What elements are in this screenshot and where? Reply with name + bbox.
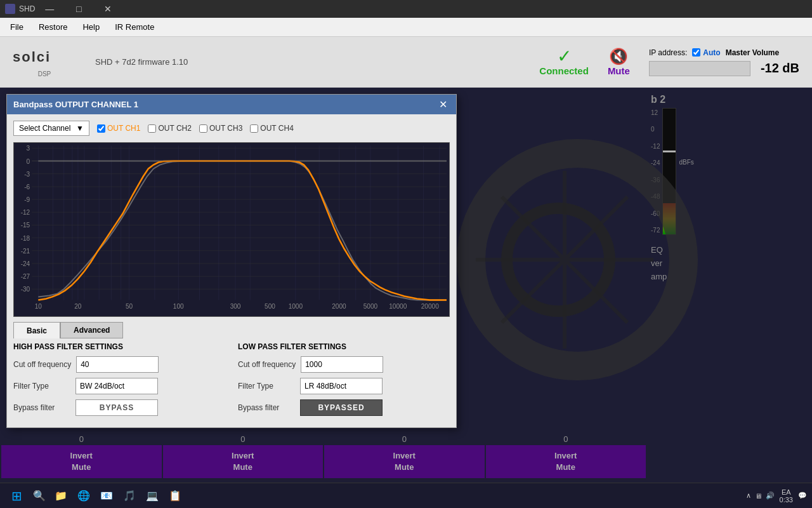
time-display[interactable]: EA 0:33 xyxy=(780,488,793,504)
svg-text:-12: -12 xyxy=(21,209,30,216)
lp-cutoff-label: Cut off frequency xyxy=(238,360,296,369)
title-bar-controls: — □ ✕ xyxy=(35,0,122,18)
auto-checkbox[interactable]: Auto xyxy=(692,48,720,57)
ip-row: IP address: Auto Master Volume xyxy=(649,48,779,57)
svg-text:-3: -3 xyxy=(24,171,30,178)
svg-text:-24: -24 xyxy=(21,260,30,267)
advanced-tab[interactable]: Advanced xyxy=(60,322,123,338)
lp-bypass-row: Bypass filter BYPASSED xyxy=(238,399,450,416)
frequency-graph: 3 0 -3 -6 -9 -12 -15 -18 -21 -24 -27 -30 xyxy=(14,143,449,316)
taskbar-file-explorer-icon[interactable]: 📁 xyxy=(51,486,71,506)
modal-overlay: Bandpass OUTPUT CHANNEL 1 ✕ Select Chann… xyxy=(0,88,812,483)
svg-text:3: 3 xyxy=(27,145,30,152)
start-button[interactable]: ⊞ xyxy=(5,485,28,507)
hp-bypass-row: Bypass filter BYPASS xyxy=(13,399,225,416)
ch2-checkbox-label[interactable]: OUT CH2 xyxy=(148,124,191,133)
menu-restore[interactable]: Restore xyxy=(31,20,75,34)
auto-checkbox-input[interactable] xyxy=(692,48,700,57)
modal-title: Bandpass OUTPUT CHANNEL 1 xyxy=(13,100,138,109)
maximize-button[interactable]: □ xyxy=(64,0,93,18)
lp-cutoff-row: Cut off frequency xyxy=(238,356,450,373)
title-bar: SHD — □ ✕ xyxy=(0,0,812,18)
svg-text:-18: -18 xyxy=(21,235,30,242)
menu-bar: File Restore Help IR Remote xyxy=(0,18,812,37)
lp-bypass-label: Bypass filter xyxy=(238,403,295,412)
ch2-checkbox[interactable] xyxy=(148,124,156,133)
hp-bypass-button[interactable]: BYPASS xyxy=(75,399,158,416)
svg-text:0: 0 xyxy=(27,158,30,165)
taskbar-app-icon[interactable]: 📋 xyxy=(165,486,185,506)
mute-label: Mute xyxy=(608,65,630,76)
svg-text:2000: 2000 xyxy=(332,303,346,310)
svg-text:-30: -30 xyxy=(21,286,30,293)
taskbar-computer-icon[interactable]: 💻 xyxy=(142,486,162,506)
svg-text:-15: -15 xyxy=(21,222,30,229)
master-volume-value: -12 dB xyxy=(761,61,799,76)
windows-logo-icon: ⊞ xyxy=(11,488,22,504)
svg-text:300: 300 xyxy=(230,303,241,310)
taskbar-media-icon[interactable]: 🎵 xyxy=(119,486,140,506)
svg-text:-27: -27 xyxy=(21,273,30,280)
logo-text: solci xyxy=(13,46,76,70)
tray-volume-icon[interactable]: 🔊 xyxy=(766,491,775,500)
app-header: solci DSP SHD + 7d2 firmware 1.10 ✓ Conn… xyxy=(0,37,812,88)
ch3-checkbox[interactable] xyxy=(199,124,207,133)
svg-text:50: 50 xyxy=(126,303,133,310)
menu-file[interactable]: File xyxy=(3,20,31,34)
hp-bypass-label: Bypass filter xyxy=(13,403,70,412)
ch4-checkbox-label[interactable]: OUT CH4 xyxy=(250,124,293,133)
connected-area: ✓ Connected xyxy=(539,48,589,76)
basic-tab[interactable]: Basic xyxy=(13,322,60,338)
select-channel-label: Select Channel xyxy=(19,124,70,133)
menu-ir-remote[interactable]: IR Remote xyxy=(107,20,162,34)
ch2-label: OUT CH2 xyxy=(158,124,191,133)
taskbar-browser-icon[interactable]: 🌐 xyxy=(74,486,94,506)
main-content: Start Dirac Live Software Dirac Live ON … xyxy=(0,88,812,483)
connected-label: Connected xyxy=(539,65,589,76)
ch1-checkbox-label[interactable]: OUT CH1 xyxy=(97,124,140,133)
menu-help[interactable]: Help xyxy=(75,20,107,34)
title-bar-title: SHD xyxy=(19,4,35,13)
high-pass-title: HIGH PASS FILTER SETTINGS xyxy=(13,342,225,351)
close-button[interactable]: ✕ xyxy=(93,0,122,18)
tray-arrow-icon[interactable]: ∧ xyxy=(746,491,751,500)
hp-cutoff-input[interactable] xyxy=(76,356,159,373)
clock: 0:33 xyxy=(780,496,793,504)
ip-input[interactable] xyxy=(649,61,750,76)
auto-label: Auto xyxy=(703,48,720,57)
hp-cutoff-row: Cut off frequency xyxy=(13,356,225,373)
logo-area: solci DSP xyxy=(13,46,76,77)
right-header-controls: IP address: Auto Master Volume -12 dB xyxy=(649,48,799,76)
logo-sub: DSP xyxy=(38,70,51,77)
modal-close-button[interactable]: ✕ xyxy=(436,98,450,110)
select-channel-button[interactable]: Select Channel ▼ xyxy=(13,121,89,136)
hp-filter-type-input[interactable] xyxy=(75,378,158,394)
chevron-down-icon: ▼ xyxy=(76,124,84,133)
lp-filter-type-label: Filter Type xyxy=(238,382,295,391)
hp-filter-type-row: Filter Type xyxy=(13,378,225,394)
connected-checkmark-icon: ✓ xyxy=(557,48,572,65)
ch4-checkbox[interactable] xyxy=(250,124,258,133)
svg-text:1000: 1000 xyxy=(289,303,303,310)
notification-icon[interactable]: 💬 xyxy=(798,491,807,500)
hp-filter-type-label: Filter Type xyxy=(13,382,70,391)
lp-filter-type-row: Filter Type xyxy=(238,378,450,394)
ch1-checkbox[interactable] xyxy=(97,124,105,133)
mute-area: 🔇 Mute xyxy=(608,48,630,76)
lp-filter-type-input[interactable] xyxy=(300,378,383,394)
ch4-label: OUT CH4 xyxy=(260,124,293,133)
svg-text:solci: solci xyxy=(13,49,51,65)
lp-bypass-button[interactable]: BYPASSED xyxy=(300,399,383,416)
modal-body: Select Channel ▼ OUT CH1 OUT CH2 xyxy=(7,114,456,427)
master-volume-label: Master Volume xyxy=(726,48,779,57)
minimize-button[interactable]: — xyxy=(35,0,64,18)
svg-text:-9: -9 xyxy=(24,196,30,203)
svg-text:10: 10 xyxy=(35,303,43,310)
lp-cutoff-input[interactable] xyxy=(301,356,383,373)
ch3-checkbox-label[interactable]: OUT CH3 xyxy=(199,124,242,133)
taskbar-search-button[interactable]: 🔍 xyxy=(30,487,48,505)
modal-title-bar: Bandpass OUTPUT CHANNEL 1 ✕ xyxy=(7,95,456,114)
taskbar-mail-icon[interactable]: 📧 xyxy=(96,486,117,506)
mute-icon[interactable]: 🔇 xyxy=(609,48,628,65)
svg-text:20: 20 xyxy=(74,303,82,310)
